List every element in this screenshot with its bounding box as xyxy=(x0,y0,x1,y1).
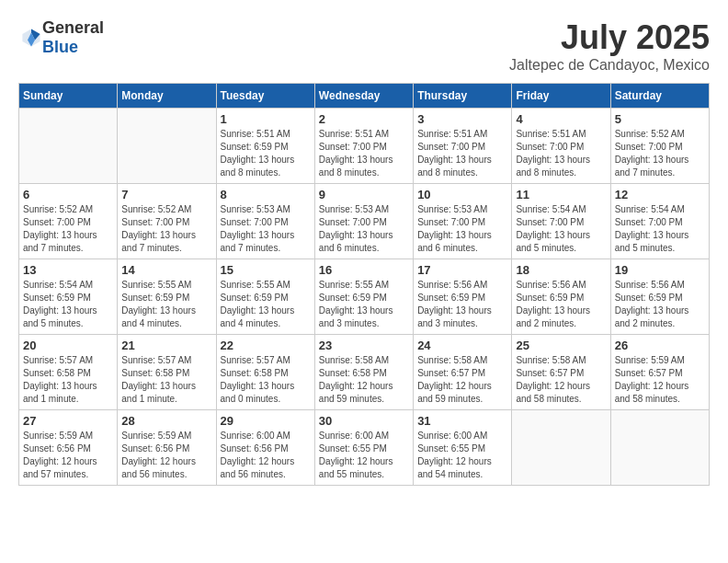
day-info: Sunrise: 5:51 AM Sunset: 6:59 PM Dayligh… xyxy=(221,128,311,179)
day-number: 6 xyxy=(23,188,113,201)
day-number: 7 xyxy=(121,188,211,201)
calendar-cell-w2-d5: 11Sunrise: 5:54 AM Sunset: 7:00 PM Dayli… xyxy=(512,184,610,259)
day-number: 18 xyxy=(516,263,606,277)
header-monday: Monday xyxy=(118,84,216,109)
day-info: Sunrise: 5:52 AM Sunset: 7:00 PM Dayligh… xyxy=(121,203,211,255)
day-number: 19 xyxy=(615,263,705,277)
calendar-cell-w5-d3: 30Sunrise: 6:00 AM Sunset: 6:55 PM Dayli… xyxy=(314,410,413,486)
calendar-cell-w5-d0: 27Sunrise: 5:59 AM Sunset: 6:56 PM Dayli… xyxy=(19,410,118,486)
calendar-cell-w1-d3: 2Sunrise: 5:51 AM Sunset: 7:00 PM Daylig… xyxy=(314,109,413,184)
calendar-cell-w1-d0 xyxy=(19,109,118,184)
day-info: Sunrise: 6:00 AM Sunset: 6:56 PM Dayligh… xyxy=(221,430,311,481)
day-info: Sunrise: 5:59 AM Sunset: 6:56 PM Dayligh… xyxy=(23,430,113,481)
day-info: Sunrise: 5:54 AM Sunset: 6:59 PM Dayligh… xyxy=(23,279,113,330)
day-number: 22 xyxy=(221,339,311,352)
calendar-week-2: 6Sunrise: 5:52 AM Sunset: 7:00 PM Daylig… xyxy=(19,184,710,259)
day-info: Sunrise: 5:53 AM Sunset: 7:00 PM Dayligh… xyxy=(319,203,409,255)
calendar-cell-w3-d1: 14Sunrise: 5:55 AM Sunset: 6:59 PM Dayli… xyxy=(118,259,216,335)
header-friday: Friday xyxy=(512,84,610,109)
header-sunday: Sunday xyxy=(19,84,118,109)
day-number: 26 xyxy=(615,339,705,352)
day-info: Sunrise: 5:54 AM Sunset: 7:00 PM Dayligh… xyxy=(516,203,606,255)
calendar-cell-w2-d4: 10Sunrise: 5:53 AM Sunset: 7:00 PM Dayli… xyxy=(414,184,512,259)
calendar-cell-w4-d2: 22Sunrise: 5:57 AM Sunset: 6:58 PM Dayli… xyxy=(216,335,314,410)
day-number: 3 xyxy=(417,112,507,126)
logo-general-text: General xyxy=(42,18,104,37)
day-number: 21 xyxy=(121,339,211,352)
day-info: Sunrise: 5:58 AM Sunset: 6:58 PM Dayligh… xyxy=(319,354,409,406)
day-info: Sunrise: 5:57 AM Sunset: 6:58 PM Dayligh… xyxy=(221,354,311,406)
calendar-cell-w3-d5: 18Sunrise: 5:56 AM Sunset: 6:59 PM Dayli… xyxy=(512,259,610,335)
day-number: 1 xyxy=(221,112,311,126)
day-number: 17 xyxy=(417,263,507,277)
calendar-cell-w2-d2: 8Sunrise: 5:53 AM Sunset: 7:00 PM Daylig… xyxy=(216,184,314,259)
day-number: 15 xyxy=(221,263,311,277)
month-year-title: July 2025 xyxy=(509,18,710,57)
day-info: Sunrise: 5:54 AM Sunset: 7:00 PM Dayligh… xyxy=(615,203,705,255)
day-number: 27 xyxy=(23,414,113,428)
day-number: 24 xyxy=(417,339,507,352)
calendar-cell-w4-d1: 21Sunrise: 5:57 AM Sunset: 6:58 PM Dayli… xyxy=(118,335,216,410)
day-info: Sunrise: 5:56 AM Sunset: 6:59 PM Dayligh… xyxy=(417,279,507,330)
calendar-week-1: 1Sunrise: 5:51 AM Sunset: 6:59 PM Daylig… xyxy=(19,109,710,184)
header-tuesday: Tuesday xyxy=(216,84,314,109)
day-info: Sunrise: 5:59 AM Sunset: 6:56 PM Dayligh… xyxy=(121,430,211,481)
day-info: Sunrise: 5:57 AM Sunset: 6:58 PM Dayligh… xyxy=(121,354,211,406)
day-number: 4 xyxy=(516,112,606,126)
day-info: Sunrise: 6:00 AM Sunset: 6:55 PM Dayligh… xyxy=(319,430,409,481)
logo: General Blue xyxy=(18,18,104,57)
calendar-cell-w2-d1: 7Sunrise: 5:52 AM Sunset: 7:00 PM Daylig… xyxy=(118,184,216,259)
day-info: Sunrise: 5:52 AM Sunset: 7:00 PM Dayligh… xyxy=(615,128,705,179)
day-number: 11 xyxy=(516,188,606,201)
day-number: 16 xyxy=(319,263,409,277)
calendar-cell-w2-d3: 9Sunrise: 5:53 AM Sunset: 7:00 PM Daylig… xyxy=(314,184,413,259)
calendar-week-5: 27Sunrise: 5:59 AM Sunset: 6:56 PM Dayli… xyxy=(19,410,710,486)
day-info: Sunrise: 5:52 AM Sunset: 7:00 PM Dayligh… xyxy=(23,203,113,255)
day-info: Sunrise: 5:55 AM Sunset: 6:59 PM Dayligh… xyxy=(121,279,211,330)
day-number: 29 xyxy=(221,414,311,428)
day-number: 2 xyxy=(319,112,409,126)
calendar-cell-w3-d0: 13Sunrise: 5:54 AM Sunset: 6:59 PM Dayli… xyxy=(19,259,118,335)
calendar-cell-w3-d2: 15Sunrise: 5:55 AM Sunset: 6:59 PM Dayli… xyxy=(216,259,314,335)
calendar-cell-w1-d6: 5Sunrise: 5:52 AM Sunset: 7:00 PM Daylig… xyxy=(610,109,709,184)
day-info: Sunrise: 5:53 AM Sunset: 7:00 PM Dayligh… xyxy=(221,203,311,255)
calendar-cell-w3-d6: 19Sunrise: 5:56 AM Sunset: 6:59 PM Dayli… xyxy=(610,259,709,335)
weekday-header-row: Sunday Monday Tuesday Wednesday Thursday… xyxy=(19,84,710,109)
calendar-cell-w5-d4: 31Sunrise: 6:00 AM Sunset: 6:55 PM Dayli… xyxy=(414,410,512,486)
day-info: Sunrise: 5:55 AM Sunset: 6:59 PM Dayligh… xyxy=(221,279,311,330)
calendar-week-3: 13Sunrise: 5:54 AM Sunset: 6:59 PM Dayli… xyxy=(19,259,710,335)
calendar-cell-w1-d2: 1Sunrise: 5:51 AM Sunset: 6:59 PM Daylig… xyxy=(216,109,314,184)
day-number: 8 xyxy=(221,188,311,201)
calendar-cell-w4-d6: 26Sunrise: 5:59 AM Sunset: 6:57 PM Dayli… xyxy=(610,335,709,410)
day-number: 20 xyxy=(23,339,113,352)
header-saturday: Saturday xyxy=(610,84,709,109)
calendar-cell-w3-d4: 17Sunrise: 5:56 AM Sunset: 6:59 PM Dayli… xyxy=(414,259,512,335)
day-number: 25 xyxy=(516,339,606,352)
location-subtitle: Jaltepec de Candayoc, Mexico xyxy=(509,57,710,74)
calendar-cell-w4-d0: 20Sunrise: 5:57 AM Sunset: 6:58 PM Dayli… xyxy=(19,335,118,410)
page-header: General Blue July 2025 Jaltepec de Canda… xyxy=(18,18,710,74)
logo-blue-text: Blue xyxy=(42,38,78,56)
calendar-week-4: 20Sunrise: 5:57 AM Sunset: 6:58 PM Dayli… xyxy=(19,335,710,410)
day-number: 13 xyxy=(23,263,113,277)
header-thursday: Thursday xyxy=(414,84,512,109)
day-number: 30 xyxy=(319,414,409,428)
calendar-cell-w4-d4: 24Sunrise: 5:58 AM Sunset: 6:57 PM Dayli… xyxy=(414,335,512,410)
logo-icon xyxy=(20,27,42,49)
day-info: Sunrise: 5:51 AM Sunset: 7:00 PM Dayligh… xyxy=(417,128,507,179)
calendar-cell-w1-d4: 3Sunrise: 5:51 AM Sunset: 7:00 PM Daylig… xyxy=(414,109,512,184)
day-info: Sunrise: 5:53 AM Sunset: 7:00 PM Dayligh… xyxy=(417,203,507,255)
day-info: Sunrise: 5:59 AM Sunset: 6:57 PM Dayligh… xyxy=(615,354,705,406)
day-number: 31 xyxy=(417,414,507,428)
day-info: Sunrise: 6:00 AM Sunset: 6:55 PM Dayligh… xyxy=(417,430,507,481)
calendar-cell-w4-d5: 25Sunrise: 5:58 AM Sunset: 6:57 PM Dayli… xyxy=(512,335,610,410)
day-number: 12 xyxy=(615,188,705,201)
day-info: Sunrise: 5:56 AM Sunset: 6:59 PM Dayligh… xyxy=(516,279,606,330)
calendar-cell-w5-d1: 28Sunrise: 5:59 AM Sunset: 6:56 PM Dayli… xyxy=(118,410,216,486)
day-number: 10 xyxy=(417,188,507,201)
calendar-cell-w4-d3: 23Sunrise: 5:58 AM Sunset: 6:58 PM Dayli… xyxy=(314,335,413,410)
header-wednesday: Wednesday xyxy=(314,84,413,109)
day-number: 23 xyxy=(319,339,409,352)
day-info: Sunrise: 5:58 AM Sunset: 6:57 PM Dayligh… xyxy=(516,354,606,406)
calendar-cell-w2-d6: 12Sunrise: 5:54 AM Sunset: 7:00 PM Dayli… xyxy=(610,184,709,259)
